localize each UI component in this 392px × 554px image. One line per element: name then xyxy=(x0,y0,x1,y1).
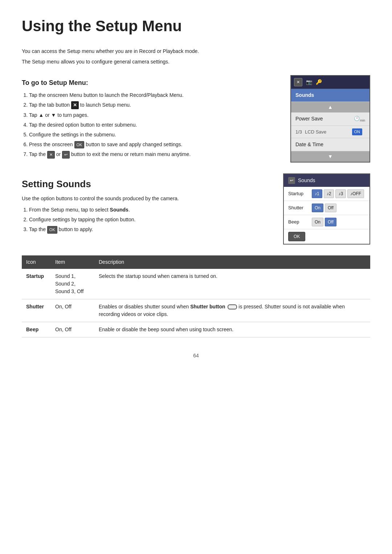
menu-down-arrow[interactable]: ▼ xyxy=(291,151,369,162)
startup-label: Startup xyxy=(288,190,312,197)
power-save-label: Power Save xyxy=(295,115,354,123)
section1-title: To go to Setup Menu: xyxy=(22,78,279,88)
startup-icon-cell: Startup xyxy=(22,269,51,299)
sounds-steps-list: From the Setup menu, tap to select Sound… xyxy=(29,206,272,234)
description-table: Icon Item Description Startup Sound 1,So… xyxy=(22,255,370,337)
col-description: Description xyxy=(94,255,370,269)
setup-steps-list: Tap the onscreen Menu button to launch t… xyxy=(29,91,279,159)
menu-up-arrow[interactable]: ▲ xyxy=(291,102,369,112)
ok-sounds-icon: OK xyxy=(47,226,57,234)
startup-options: ♪1 ♪2 ♪3 ♪OFF xyxy=(312,189,364,198)
table-body: Startup Sound 1,Sound 2,Sound 3, Off Sel… xyxy=(22,269,370,337)
sounds-step-2: Configure settings by tapping the option… xyxy=(29,216,272,223)
shutter-label: Shutter xyxy=(288,204,312,212)
sounds-label: Sounds xyxy=(295,91,365,99)
beep-label: Beep xyxy=(288,218,312,226)
camera-icon: 📷 xyxy=(306,78,312,86)
startup-opt-3[interactable]: ♪3 xyxy=(335,189,346,198)
sounds-beep-row: Beep On Off xyxy=(284,215,369,229)
beep-desc-cell: Enable or disable the beep sound when us… xyxy=(94,322,370,337)
page-indicator: 1/3 LCD Save ON xyxy=(291,126,369,139)
startup-opt-off[interactable]: ♪OFF xyxy=(347,189,364,198)
setup-step-7: Tap the ✕ or ↩ button to exit the menu o… xyxy=(29,151,279,159)
x-inline-icon: ✕ xyxy=(47,151,55,159)
shutter-opt-on[interactable]: On xyxy=(312,204,323,212)
sounds-step-1: From the Setup menu, tap to select Sound… xyxy=(29,206,272,214)
date-time-label: Date & Time xyxy=(295,141,365,148)
col-icon: Icon xyxy=(22,255,51,269)
shutter-desc-cell: Enables or disables shutter sound when S… xyxy=(94,299,370,322)
setup-step-2: Tap the tab button ✕ to launch Setup men… xyxy=(29,101,279,109)
table-row-startup: Startup Sound 1,Sound 2,Sound 3, Off Sel… xyxy=(22,269,370,299)
setting-sounds-section: Setting Sounds Use the option buttons to… xyxy=(22,173,370,245)
page-title: Using the Setup Menu xyxy=(22,15,370,37)
back-inline-icon: ↩ xyxy=(62,151,70,159)
startup-opt-1[interactable]: ♪1 xyxy=(312,189,322,198)
camera-screen-header: ✕ 📷 🔑 xyxy=(291,76,369,89)
startup-opt-2[interactable]: ♪2 xyxy=(324,189,334,198)
shutter-options: On Off xyxy=(312,204,336,212)
shutter-item-cell: On, Off xyxy=(51,299,94,322)
page-number: 64 xyxy=(22,352,370,360)
sounds-screen-header: ↩ Sounds xyxy=(284,174,369,187)
lcd-save-label: LCD Save xyxy=(305,128,349,136)
sounds-step-3: Tap the OK button to apply. xyxy=(29,226,272,234)
close-btn-icon[interactable]: ✕ xyxy=(294,78,302,86)
intro-text-1: You can access the Setup menu whether yo… xyxy=(22,48,370,55)
beep-icon-cell: Beep xyxy=(22,322,51,337)
sounds-screen-title: Sounds xyxy=(298,177,315,184)
setup-step-1: Tap the onscreen Menu button to launch t… xyxy=(29,91,279,99)
sounds-shutter-row: Shutter On Off xyxy=(284,201,369,215)
power-save-icon: 🕐min xyxy=(354,115,365,123)
beep-opt-on[interactable]: On xyxy=(312,218,323,226)
col-item: Item xyxy=(51,255,94,269)
table-row-beep: Beep On, Off Enable or disable the beep … xyxy=(22,322,370,337)
setup-step-4: Tap the desired option button to enter s… xyxy=(29,121,279,129)
setup-menu-section: To go to Setup Menu: Tap the onscreen Me… xyxy=(22,71,370,163)
setup-instructions: To go to Setup Menu: Tap the onscreen Me… xyxy=(22,71,279,161)
shutter-button-icon xyxy=(228,304,237,309)
beep-opt-off[interactable]: Off xyxy=(325,218,336,226)
sounds-startup-row: Startup ♪1 ♪2 ♪3 ♪OFF xyxy=(284,187,369,201)
camera-menu-screen: ✕ 📷 🔑 Sounds ▲ Power Save 🕐min 1/3 LCD S… xyxy=(290,75,370,163)
lcd-save-badge: ON xyxy=(352,128,363,135)
shutter-icon-cell: Shutter xyxy=(22,299,51,322)
startup-desc-cell: Selects the startup sound when camera is… xyxy=(94,269,370,299)
table-header: Icon Item Description xyxy=(22,255,370,269)
shutter-opt-off[interactable]: Off xyxy=(325,204,336,212)
menu-row-date-time[interactable]: Date & Time xyxy=(291,138,369,151)
beep-options: On Off xyxy=(312,218,336,226)
sounds-screen: ↩ Sounds Startup ♪1 ♪2 ♪3 ♪OFF Shutter O… xyxy=(283,173,370,245)
sounds-ok-button[interactable]: OK xyxy=(288,232,305,241)
setup-step-5: Configure the settings in the submenu. xyxy=(29,131,279,139)
setup-step-3: Tap ▲ or ▼ to turn pages. xyxy=(29,111,279,119)
ok-inline-icon: OK xyxy=(74,141,85,149)
wrench-icon: 🔑 xyxy=(316,78,322,86)
setup-step-6: Press the onscreen OK button to save and… xyxy=(29,141,279,149)
menu-row-sounds-highlighted[interactable]: Sounds xyxy=(291,89,369,102)
setting-sounds-title: Setting Sounds xyxy=(22,177,272,191)
sounds-back-icon[interactable]: ↩ xyxy=(288,177,295,184)
intro-text-2: The Setup menu allows you to configure g… xyxy=(22,58,370,66)
menu-row-power-save[interactable]: Power Save 🕐min xyxy=(291,112,369,126)
sounds-ok-area: OK xyxy=(284,229,369,244)
sounds-intro: Use the option buttons to control the so… xyxy=(22,195,272,202)
page-num-indicator: 1/3 xyxy=(295,128,302,136)
beep-item-cell: On, Off xyxy=(51,322,94,337)
sounds-instructions: Setting Sounds Use the option buttons to… xyxy=(22,173,272,236)
table-row-shutter: Shutter On, Off Enables or disables shut… xyxy=(22,299,370,322)
startup-item-cell: Sound 1,Sound 2,Sound 3, Off xyxy=(51,269,94,299)
